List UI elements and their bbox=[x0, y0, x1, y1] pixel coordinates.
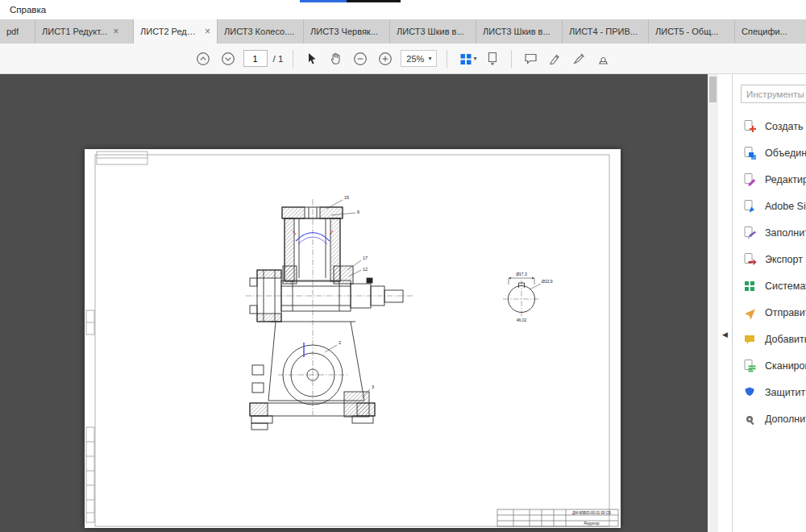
tool-item-scan[interactable]: Сканиров... bbox=[733, 352, 806, 379]
tab-document-8[interactable]: ЛИСТ5 - Общ... bbox=[649, 19, 735, 44]
dimension-label: 46,02 bbox=[517, 318, 527, 322]
toolbar-divider bbox=[447, 50, 447, 68]
tab-document-7[interactable]: ЛИСТ4 - ПРИВ... bbox=[563, 19, 649, 44]
tab-document-2-active[interactable]: ЛИСТ2 Редукт... × bbox=[134, 19, 218, 44]
tab-document-3[interactable]: ЛИСТ3 Колесо.... bbox=[218, 19, 304, 44]
menu-help[interactable]: Справка bbox=[5, 3, 51, 16]
tab-document-0[interactable]: pdf bbox=[0, 19, 35, 44]
tool-label: Adobe Sig... bbox=[765, 201, 806, 212]
next-page-button[interactable] bbox=[218, 49, 238, 69]
tab-document-5[interactable]: ЛИСТ3 Шкив в... bbox=[390, 19, 476, 44]
tool-label: Дополнит... bbox=[765, 414, 806, 425]
chevron-down-icon: ▾ bbox=[428, 55, 431, 62]
close-icon[interactable]: × bbox=[113, 27, 118, 36]
toolbar-divider bbox=[293, 50, 293, 68]
select-tool-button[interactable] bbox=[303, 50, 321, 68]
tool-item-create-pdf[interactable]: Создать P... bbox=[733, 113, 806, 139]
cursor-icon bbox=[305, 52, 319, 66]
tab-label: ЛИСТ3 Колесо.... bbox=[224, 27, 294, 36]
tab-label: Специфи... bbox=[742, 27, 787, 36]
tool-label: Системати... bbox=[765, 281, 806, 292]
highlight-tool-button[interactable] bbox=[546, 49, 564, 68]
tools-panel: Создать P... Объедини... Редактиро... Ad… bbox=[732, 74, 806, 532]
technical-drawing: 15 6 17 12 2 3 Ø17,3 Ø22,9 46,02 ДМ-80В0… bbox=[85, 149, 621, 528]
tools-search-input[interactable] bbox=[741, 85, 806, 103]
create-pdf-icon bbox=[742, 119, 757, 134]
title-block-code: ДМ-80В03-00.01.00 СБ bbox=[572, 511, 611, 515]
menu-bar: Справка bbox=[0, 0, 806, 19]
tool-item-adobe-sign[interactable]: Adobe Sig... bbox=[733, 193, 806, 219]
tool-item-edit-pdf[interactable]: Редактиро... bbox=[733, 166, 806, 193]
zoom-in-icon bbox=[377, 51, 393, 67]
tool-item-fill-sign[interactable]: Заполнить... bbox=[733, 219, 806, 246]
tool-item-add-comment[interactable]: Добавить... bbox=[733, 326, 806, 352]
tool-item-combine-files[interactable]: Объедини... bbox=[733, 139, 806, 166]
tab-bar: pdf ЛИСТ1 Редукт... × ЛИСТ2 Редукт... × … bbox=[0, 19, 806, 44]
toolbar-divider bbox=[511, 50, 512, 68]
stamp-tool-button[interactable] bbox=[594, 49, 613, 68]
scan-icon bbox=[742, 359, 757, 373]
zoom-out-icon bbox=[352, 51, 368, 67]
tool-label: Заполнить... bbox=[765, 227, 806, 239]
tool-item-more-tools[interactable]: Дополнит... bbox=[733, 405, 806, 432]
tool-label: Объедини... bbox=[765, 148, 806, 159]
tool-label: Редактиро... bbox=[765, 174, 806, 185]
adobe-sign-icon bbox=[742, 199, 757, 214]
page-scrolling-icon bbox=[485, 51, 500, 66]
panel-toggle-arrow-icon[interactable]: ◀ bbox=[719, 330, 731, 339]
page-number-input[interactable] bbox=[243, 50, 268, 67]
comment-tool-button[interactable] bbox=[521, 49, 540, 68]
tab-label: ЛИСТ5 - Общ... bbox=[655, 27, 718, 36]
tool-label: Отправить... bbox=[765, 307, 806, 318]
callout-label: 15 bbox=[344, 195, 349, 200]
tab-document-9[interactable]: Специфи... bbox=[735, 19, 806, 44]
arrow-down-circle-icon bbox=[220, 51, 236, 67]
organize-pages-icon bbox=[742, 279, 757, 293]
dimension-label: Ø17,3 bbox=[516, 272, 527, 276]
protect-shield-icon bbox=[742, 385, 757, 400]
highlighter-icon bbox=[547, 51, 563, 66]
page-layout-grid-icon bbox=[459, 52, 473, 66]
stamp-icon bbox=[596, 51, 611, 66]
vertical-scrollbar[interactable] bbox=[708, 74, 718, 532]
tab-document-4[interactable]: ЛИСТ3 Червяк... bbox=[304, 19, 390, 44]
tool-label: Экспорт P... bbox=[765, 254, 806, 265]
tool-item-protect[interactable]: Защитить... bbox=[733, 379, 806, 405]
export-pdf-icon bbox=[742, 252, 757, 267]
panel-handle-strip: ◀ bbox=[718, 74, 732, 532]
tool-item-send[interactable]: Отправить... bbox=[733, 299, 806, 326]
tools-list: Создать P... Объедини... Редактиро... Ad… bbox=[733, 113, 806, 432]
page-view-button[interactable]: ▾ bbox=[457, 50, 478, 68]
scrollbar-thumb[interactable] bbox=[709, 77, 717, 102]
edit-pdf-icon bbox=[742, 172, 757, 187]
prev-page-button[interactable] bbox=[193, 49, 213, 69]
sign-tool-button[interactable] bbox=[570, 49, 588, 68]
tool-item-export-pdf[interactable]: Экспорт P... bbox=[733, 246, 806, 272]
callout-label: 12 bbox=[363, 267, 368, 272]
close-icon[interactable]: × bbox=[205, 27, 210, 36]
zoom-level-value: 25% bbox=[406, 54, 424, 64]
hand-tool-button[interactable] bbox=[326, 49, 345, 68]
page-scrolling-button[interactable] bbox=[484, 49, 501, 68]
callout-label: 17 bbox=[363, 256, 368, 260]
tab-document-1[interactable]: ЛИСТ1 Редукт... × bbox=[35, 19, 134, 44]
tool-item-organize-pages[interactable]: Системати... bbox=[733, 272, 806, 299]
titlebar-fragment bbox=[300, 0, 401, 2]
tab-label: ЛИСТ3 Червяк... bbox=[310, 27, 378, 36]
tool-label: Добавить... bbox=[765, 334, 806, 345]
tab-label: ЛИСТ2 Редукт... bbox=[140, 27, 199, 36]
more-tools-wrench-icon bbox=[742, 412, 757, 426]
arrow-up-circle-icon bbox=[195, 51, 211, 67]
tool-label: Создать P... bbox=[765, 121, 806, 132]
combine-files-icon bbox=[742, 146, 757, 160]
send-icon bbox=[742, 305, 757, 320]
tool-label: Сканиров... bbox=[765, 360, 806, 372]
tab-label: ЛИСТ3 Шкив в... bbox=[483, 27, 550, 36]
fill-sign-icon bbox=[742, 226, 757, 240]
zoom-level-select[interactable]: 25% ▾ bbox=[401, 50, 437, 67]
pdf-page: 15 6 17 12 2 3 Ø17,3 Ø22,9 46,02 ДМ-80В0… bbox=[85, 149, 621, 528]
tab-document-6[interactable]: ЛИСТ3 Шкив в... bbox=[476, 19, 563, 44]
main-toolbar: / 1 25% ▾ ▾ bbox=[0, 44, 806, 74]
zoom-in-button[interactable] bbox=[376, 49, 395, 69]
zoom-out-button[interactable] bbox=[351, 49, 370, 69]
